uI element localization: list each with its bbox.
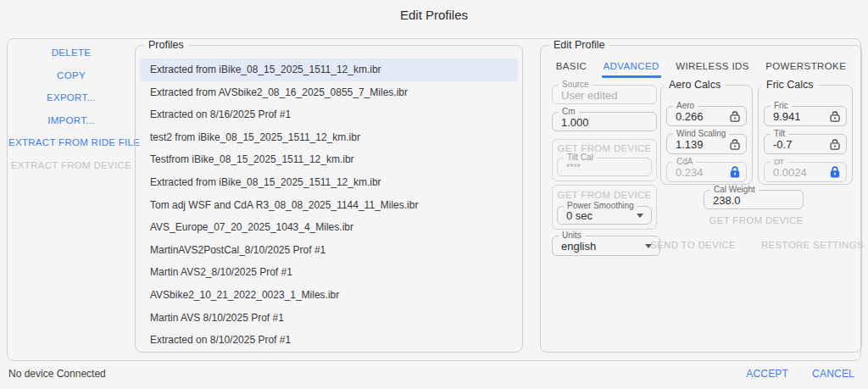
get-from-device-button-main: GET FROM DEVICE: [660, 215, 852, 225]
cm-value: 1.000: [561, 115, 589, 128]
profiles-panel: Profiles Extracted from iBike_08_15_2025…: [135, 45, 523, 353]
edit-profiles-dialog: DELETECOPYEXPORT...IMPORT...EXTRACT FROM…: [7, 38, 861, 361]
profile-row[interactable]: MartinAVS2PostCal_8/10/2025 Prof #1: [140, 239, 518, 262]
aero-calcs-legend: Aero Calcs: [665, 79, 725, 91]
field-label: Tilt: [771, 129, 788, 138]
units-select[interactable]: Units english: [552, 236, 660, 256]
tilt-cal-label: Tilt Cal: [564, 153, 597, 162]
units-label: Units: [559, 231, 585, 240]
tilt-cal-field: Tilt Cal ****: [557, 158, 652, 176]
lock-open-icon[interactable]: [828, 109, 842, 123]
tab-wireless-ids[interactable]: WIRELESS IDS: [674, 59, 751, 78]
accept-button[interactable]: ACCEPT: [746, 368, 788, 380]
power-smoothing-value: 0 sec: [566, 209, 593, 222]
lock-open-icon[interactable]: [728, 137, 742, 151]
profile-row[interactable]: Extracted from AVSbike2_08_16_2025_0855_…: [140, 81, 518, 104]
power-smoothing-select[interactable]: Power Smoothing 0 sec: [557, 206, 652, 225]
get-from-device-button-smoothing: GET FROM DEVICE: [553, 190, 656, 200]
fric-field[interactable]: Fric9.941: [764, 106, 847, 126]
page-title: Edit Profiles: [0, 8, 868, 22]
delete-button[interactable]: DELETE: [8, 42, 134, 64]
profile-row[interactable]: AVS_Europe_07_20_2025_1043_4_Miles.ibr: [140, 216, 518, 239]
field-value: -0.7: [773, 138, 792, 151]
send-to-device-button: SEND TO DEVICE: [650, 240, 736, 250]
field-label: Fric: [771, 101, 792, 110]
tab-basic[interactable]: BASIC: [554, 59, 589, 78]
cal-weight-field[interactable]: Cal Weight 238.0: [704, 190, 804, 209]
field-value: 0.234: [676, 166, 704, 179]
wind-scaling-field[interactable]: Wind Scaling1.139: [666, 134, 747, 154]
lock-open-icon[interactable]: [828, 137, 842, 151]
profile-row[interactable]: Extracted from iBike_08_15_2025_1511_12_…: [140, 171, 518, 194]
field-value: 9.941: [773, 110, 801, 123]
field-label: crr: [771, 157, 787, 166]
aero-field[interactable]: Aero0.266: [666, 106, 747, 126]
profile-row[interactable]: Extracted from iBike_08_15_2025_1511_12_…: [140, 58, 518, 81]
cm-field[interactable]: Cm 1.000: [552, 112, 657, 131]
crr-field: crr0.0024: [764, 162, 847, 182]
profile-row[interactable]: Extracted on 8/16/2025 Prof #1: [140, 103, 518, 126]
edit-profile-panel: Edit Profile BASICADVANCEDWIRELESS IDSPO…: [540, 45, 862, 353]
profile-row[interactable]: Martin AVS2_8/10/2025 Prof #1: [140, 261, 518, 284]
cal-weight-value: 238.0: [713, 193, 741, 206]
device-actions: SEND TO DEVICE RESTORE SETTINGS: [654, 240, 860, 250]
cda-field: CdA0.234: [666, 162, 747, 182]
profile-row[interactable]: Tom adj WSF and CdA R3_08_08_2025_1144_1…: [140, 194, 518, 217]
tilt-field[interactable]: Tilt-0.7: [764, 134, 847, 154]
edit-profile-legend: Edit Profile: [549, 39, 609, 51]
extract-from-device-button: EXTRACT FROM DEVICE: [8, 154, 134, 177]
field-label: Wind Scaling: [673, 129, 729, 138]
source-field: Source User edited: [552, 85, 657, 104]
profiles-legend: Profiles: [144, 39, 188, 51]
profile-row[interactable]: Testfrom iBike_08_15_2025_1511_12_km.ibr: [140, 148, 518, 171]
field-value: 0.0024: [773, 166, 807, 179]
profile-row[interactable]: Martin AVS 8/10/2025 Prof #1: [140, 307, 518, 330]
power-smoothing-group: GET FROM DEVICE Power Smoothing 0 sec: [552, 185, 657, 230]
import-button[interactable]: IMPORT...: [8, 109, 134, 132]
restore-settings-button: RESTORE SETTINGS: [761, 240, 864, 250]
fric-calcs-group: Fric Calcs Fric9.941Tilt-0.7crr0.0024: [758, 85, 853, 185]
cancel-button[interactable]: CANCEL: [812, 368, 854, 380]
edit-profile-tabs: BASICADVANCEDWIRELESS IDSPOWERSTROKE: [548, 59, 854, 78]
profile-row[interactable]: AVSbike2_10_21_2022_0023_1_Miles.ibr: [140, 284, 518, 307]
lock-open-icon[interactable]: [728, 109, 742, 123]
fric-calcs-legend: Fric Calcs: [762, 79, 818, 91]
field-label: Aero: [673, 101, 698, 110]
export-button[interactable]: EXPORT...: [8, 86, 134, 109]
source-value: User edited: [561, 88, 617, 101]
profile-list: Extracted from iBike_08_15_2025_1511_12_…: [140, 58, 518, 352]
action-buttons: DELETECOPYEXPORT...IMPORT...EXTRACT FROM…: [8, 42, 134, 176]
aero-calcs-group: Aero Calcs Aero0.266Wind Scaling1.139CdA…: [660, 85, 753, 185]
field-value: 0.266: [676, 110, 704, 123]
status-bar: No device Connected: [8, 368, 106, 380]
dropdown-arrow-icon: [637, 214, 643, 218]
copy-button[interactable]: COPY: [8, 64, 134, 87]
lock-closed-icon[interactable]: [728, 165, 742, 179]
tilt-cal-value: ****: [566, 162, 581, 172]
field-value: 1.139: [676, 138, 704, 151]
lock-closed-icon[interactable]: [828, 165, 842, 179]
units-value: english: [561, 240, 596, 253]
profile-row[interactable]: test2 from iBike_08_15_2025_1511_12_km.i…: [140, 126, 518, 149]
tab-advanced[interactable]: ADVANCED: [602, 59, 661, 78]
profile-row[interactable]: Extracted on 8/10/2025 Prof #1: [140, 329, 518, 352]
field-label: CdA: [673, 157, 696, 166]
footer-actions: ACCEPT CANCEL: [746, 368, 854, 380]
extract-from-ride-file-button[interactable]: EXTRACT FROM RIDE FILE: [8, 131, 134, 154]
tab-powerstroke[interactable]: POWERSTROKE: [764, 59, 848, 78]
tilt-cal-group: GET FROM DEVICE Tilt Cal ****: [552, 139, 657, 181]
